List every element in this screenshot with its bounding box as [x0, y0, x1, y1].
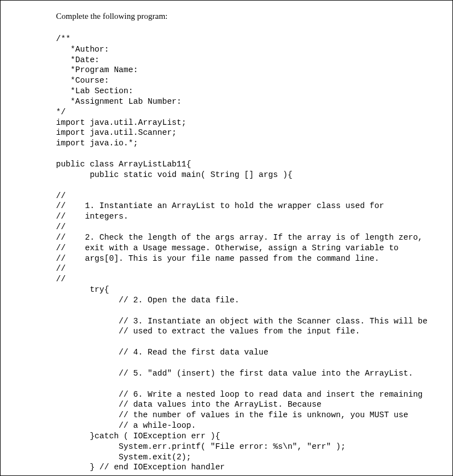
code-line: *Course:: [56, 76, 109, 85]
instruction-text: Complete the following program:: [56, 12, 452, 21]
code-line: import java.util.ArrayList;: [56, 118, 186, 127]
code-line: //: [56, 222, 65, 231]
code-line: System.exit(2);: [56, 453, 191, 462]
code-line: // args[0]. This is your file name passe…: [56, 254, 379, 263]
code-line: public class ArrayListLab11{: [56, 160, 191, 169]
code-line: try{: [56, 285, 109, 294]
code-line: // 6. Write a nested loop to read data a…: [56, 390, 423, 399]
code-line: *Date:: [56, 55, 99, 64]
code-line: // a while-loop.: [56, 421, 196, 430]
code-line: *Author:: [56, 45, 109, 54]
code-line: // 5. "add" (insert) the first data valu…: [56, 369, 413, 378]
code-line: System.err.printf( "File error: %s\n", "…: [56, 442, 345, 451]
code-line: import java.util.Scanner;: [56, 128, 177, 137]
code-line: *Lab Section:: [56, 87, 133, 95]
code-line: } // end IOException handler: [56, 463, 225, 472]
code-line: // 4. Read the first data value: [56, 348, 268, 357]
code-line: import java.io.*;: [56, 139, 138, 148]
code-line: // 1. Instantiate an ArrayList to hold t…: [56, 201, 384, 210]
code-line: // exit with a Usage message. Otherwise,…: [56, 244, 399, 252]
code-line: //: [56, 275, 65, 283]
code-line: // 3. Instantiate an object with the Sca…: [56, 317, 427, 326]
code-line: // integers.: [56, 212, 129, 221]
code-line: // used to extract the values from the i…: [56, 327, 360, 336]
code-line: // the number of values in the file is u…: [56, 411, 408, 419]
code-line: public static void main( String [] args …: [56, 170, 292, 179]
code-line: // 2. Open the data file.: [56, 296, 240, 305]
code-line: // data values into the ArrayList. Becau…: [56, 400, 322, 409]
code-line: *Assignment Lab Number:: [56, 97, 181, 106]
code-line: *Program Name:: [56, 65, 138, 74]
code-line: //: [56, 191, 65, 200]
code-line: /**: [56, 34, 70, 43]
code-line: //: [56, 264, 65, 273]
code-line: */: [56, 108, 65, 117]
code-block: /** *Author: *Date: *Program Name: *Cour…: [56, 23, 452, 476]
code-line: // 2. Check the length of the args array…: [56, 233, 423, 242]
code-line: }catch ( IOException err ){: [56, 432, 220, 440]
